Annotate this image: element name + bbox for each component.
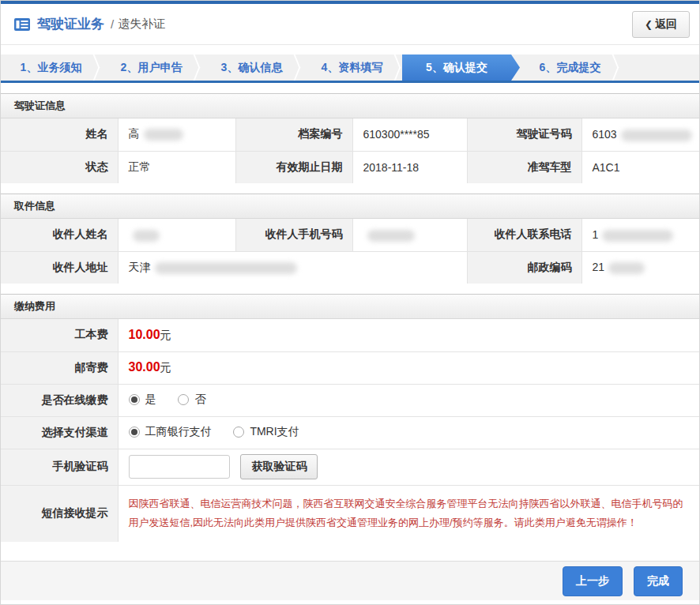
radio-channel-tmri[interactable]: TMRI支付 <box>233 425 299 439</box>
finish-button[interactable]: 完成 <box>634 566 683 596</box>
redacted-value <box>133 230 160 242</box>
breadcrumb-current: 遗失补证 <box>118 17 165 32</box>
payment-table: 工本费 10.00元 邮寄费 30.00元 是否在线缴费 是 否 选择支付渠道 … <box>1 319 699 542</box>
radio-unselected-icon <box>178 394 189 405</box>
online-payment-options: 是 否 <box>118 384 699 416</box>
get-sms-code-button[interactable]: 获取验证码 <box>240 454 318 479</box>
section-title: 缴纳费用 <box>1 295 699 319</box>
field-label: 收件人手机号码 <box>235 219 352 251</box>
field-value: 6103 <box>581 118 699 151</box>
breadcrumb-separator: / <box>111 17 114 31</box>
field-value: 610300****85 <box>352 118 467 151</box>
fee-value: 10.00元 <box>118 319 699 351</box>
fee-unit: 元 <box>160 361 171 374</box>
field-value <box>118 219 235 251</box>
step-tab-4[interactable]: 4、资料填写 <box>302 54 402 81</box>
sms-code-input[interactable] <box>129 455 230 479</box>
captcha-cell: 获取验证码 <box>118 449 699 485</box>
radio-label: 否 <box>194 393 205 407</box>
radio-selected-icon <box>129 394 140 405</box>
redacted-value <box>367 230 415 242</box>
field-label: 短信接收提示 <box>1 485 118 542</box>
redacted-value <box>608 262 645 274</box>
step-tab-2[interactable]: 2、用户申告 <box>101 54 201 81</box>
field-label: 姓名 <box>1 118 118 151</box>
payment-section: 缴纳费用 工本费 10.00元 邮寄费 30.00元 是否在线缴费 是 否 选择… <box>1 294 699 542</box>
step-label: 5、确认提交 <box>426 61 487 75</box>
radio-label: 是 <box>145 393 156 407</box>
table-row: 收件人地址 天津 邮政编码 21 <box>1 251 699 284</box>
radio-online-yes[interactable]: 是 <box>129 393 156 407</box>
license-info-table: 姓名 高 档案编号 610300****85 驾驶证号码 6103 状态 正常 … <box>1 118 699 183</box>
field-label: 手机验证码 <box>1 449 118 485</box>
step-label: 4、资料填写 <box>322 61 383 75</box>
field-value: 1 <box>581 219 699 251</box>
field-label: 是否在线缴费 <box>1 384 118 416</box>
step-label: 6、完成提交 <box>540 61 601 75</box>
table-row: 工本费 10.00元 <box>1 319 699 351</box>
radio-label: 工商银行支付 <box>145 425 212 439</box>
footer-area: 上一步 完成 <box>1 561 699 604</box>
field-value: 高 <box>118 118 235 151</box>
step-label: 1、业务须知 <box>21 61 82 75</box>
sms-notice-cell: 因陕西省联通、电信运营商技术问题，陕西省互联网交通安全综合服务管理平台无法向持陕… <box>118 485 699 542</box>
radio-online-no[interactable]: 否 <box>178 393 205 407</box>
back-chevron-icon: ❮ <box>645 19 653 30</box>
field-label: 有效期止日期 <box>235 151 352 183</box>
fee-amount: 10.00 <box>129 328 160 341</box>
field-label: 选择支付渠道 <box>1 416 118 449</box>
prev-step-button[interactable]: 上一步 <box>563 566 623 596</box>
fee-value: 30.00元 <box>118 351 699 384</box>
redacted-value <box>602 230 673 242</box>
back-button[interactable]: ❮ 返回 <box>632 11 690 38</box>
radio-channel-icbc[interactable]: 工商银行支付 <box>129 425 212 439</box>
license-list-icon <box>13 17 31 32</box>
radio-unselected-icon <box>233 427 244 438</box>
page-title: 驾驶证业务 <box>37 15 104 33</box>
table-row: 是否在线缴费 是 否 <box>1 384 699 416</box>
radio-label: TMRI支付 <box>250 425 299 439</box>
field-label: 状态 <box>1 151 118 183</box>
table-row: 选择支付渠道 工商银行支付 TMRI支付 <box>1 416 699 449</box>
field-label: 收件人联系电话 <box>467 219 581 251</box>
payment-channel-options: 工商银行支付 TMRI支付 <box>118 416 699 449</box>
field-value <box>352 219 467 251</box>
field-label: 邮寄费 <box>1 351 118 384</box>
redacted-value <box>144 129 183 141</box>
field-label: 工本费 <box>1 319 118 351</box>
license-info-section: 驾驶证信息 姓名 高 档案编号 610300****85 驾驶证号码 6103 … <box>1 93 699 183</box>
field-label: 驾驶证号码 <box>467 118 581 151</box>
radio-selected-icon <box>129 427 140 438</box>
field-value: 正常 <box>118 151 235 183</box>
table-row: 短信接收提示 因陕西省联通、电信运营商技术问题，陕西省互联网交通安全综合服务管理… <box>1 485 699 542</box>
field-label: 收件人姓名 <box>1 219 118 251</box>
table-row: 姓名 高 档案编号 610300****85 驾驶证号码 6103 <box>1 118 699 151</box>
page-header: 驾驶证业务 / 遗失补证 ❮ 返回 <box>1 4 699 45</box>
field-value: A1C1 <box>581 151 699 183</box>
page: 驾驶证业务 / 遗失补证 ❮ 返回 1、业务须知 2、用户申告 3、确认信息 4… <box>0 0 700 605</box>
steps-nav: 1、业务须知 2、用户申告 3、确认信息 4、资料填写 5、确认提交 6、完成提… <box>1 54 699 83</box>
step-tab-3[interactable]: 3、确认信息 <box>201 54 302 81</box>
table-row: 邮寄费 30.00元 <box>1 351 699 384</box>
steps-filler <box>620 54 699 81</box>
step-label: 3、确认信息 <box>221 61 283 75</box>
field-label: 准驾车型 <box>467 151 581 183</box>
step-tab-1[interactable]: 1、业务须知 <box>1 54 101 81</box>
field-label: 档案编号 <box>235 118 352 151</box>
breadcrumb: 驾驶证业务 / 遗失补证 <box>13 15 165 33</box>
table-row: 手机验证码 获取验证码 <box>1 449 699 485</box>
delivery-info-table: 收件人姓名 收件人手机号码 收件人联系电话 1 收件人地址 天津 邮政编码 21 <box>1 219 699 284</box>
fee-unit: 元 <box>160 329 171 341</box>
table-row: 状态 正常 有效期止日期 2018-11-18 准驾车型 A1C1 <box>1 151 699 183</box>
section-title: 驾驶证信息 <box>1 94 699 118</box>
footer-bar: 上一步 完成 <box>1 562 699 600</box>
field-value: 21 <box>581 251 699 284</box>
step-tab-5-active[interactable]: 5、确认提交 <box>402 54 520 81</box>
field-label: 邮政编码 <box>467 251 581 284</box>
redacted-value <box>621 130 692 141</box>
step-tab-6[interactable]: 6、完成提交 <box>520 54 620 81</box>
table-row: 收件人姓名 收件人手机号码 收件人联系电话 1 <box>1 219 699 251</box>
redacted-value <box>155 262 297 274</box>
back-label: 返回 <box>655 17 677 32</box>
delivery-info-section: 取件信息 收件人姓名 收件人手机号码 收件人联系电话 1 收件人地址 天津 邮政… <box>1 194 699 284</box>
